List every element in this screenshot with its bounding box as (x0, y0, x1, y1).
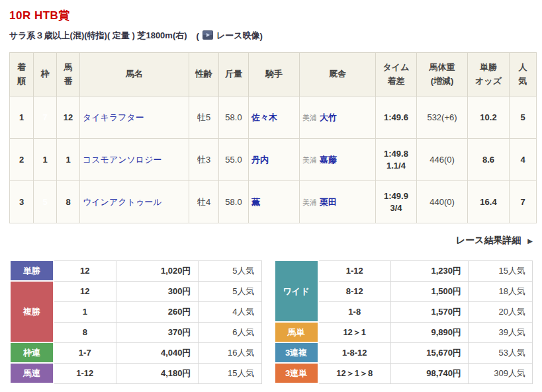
payout-row-sanrentan: 3連単 12＞1＞8 98,740円 309人気 (275, 363, 533, 383)
amount-cell: 1,570円 (391, 301, 469, 322)
popularity-cell: 39人気 (469, 322, 533, 342)
bet-type-fukusho: 複勝 (10, 281, 54, 342)
race-result-detail-label: レース結果詳細 (456, 235, 521, 245)
col-header-jockey: 騎手 (249, 53, 300, 97)
frame-cell: 5 (34, 181, 57, 223)
popularity-cell: 20人気 (469, 301, 533, 322)
col-header-carried-weight: 斤量 (219, 53, 249, 97)
popularity-cell: 15人気 (198, 363, 261, 383)
col-header-time-margin: タイム 着差 (376, 53, 417, 97)
popularity-cell: 18人気 (469, 281, 533, 301)
page-title: 10R HTB賞 (9, 8, 533, 23)
margin-value: 3/4 (379, 202, 414, 214)
race-video-link[interactable]: レース映像 (199, 30, 260, 42)
amount-cell: 9,890円 (391, 322, 469, 342)
trainer-link[interactable]: 嘉藤 (320, 155, 337, 165)
carried-weight-cell: 55.0 (219, 139, 249, 181)
stable-area-label: 美浦 (302, 198, 317, 206)
amount-cell: 4,040円 (116, 342, 198, 363)
time-value: 1:49.6 (379, 112, 414, 124)
trainer-link[interactable]: 大竹 (320, 112, 337, 122)
col-header-win-odds: 単勝 オッズ (468, 53, 510, 97)
amount-cell: 370円 (116, 322, 198, 342)
amount-cell: 300円 (116, 281, 198, 301)
col-header-horse-no: 馬 番 (57, 53, 80, 97)
race-results-table: 着 順 枠 馬 番 馬名 性齢 斤量 騎手 厩舎 タイム 着差 馬体重 (増減)… (9, 52, 537, 223)
bet-type-umatan: 馬単 (275, 322, 318, 342)
popularity-cell: 5人気 (198, 260, 261, 281)
detail-link-row: レース結果詳細 ▶ (9, 235, 533, 247)
col-header-horse-weight: 馬体重 (増減) (417, 53, 468, 97)
amount-cell: 260円 (116, 301, 198, 322)
horse-no-cell: 12 (57, 97, 80, 139)
time-margin-cell: 1:49.8 1.1/4 (376, 139, 417, 181)
combo-cell: 8-12 (318, 281, 391, 301)
bet-type-tansho: 単勝 (10, 260, 54, 281)
horse-name-cell: ウインアクトゥール (80, 181, 189, 223)
combo-cell: 1 (54, 301, 116, 322)
jockey-cell: 薫 (249, 181, 300, 223)
amount-cell: 1,020円 (116, 260, 198, 281)
payout-row-wide-1: ワイド 1-12 1,230円 15人気 (275, 260, 533, 281)
time-margin-cell: 1:49.6 (376, 97, 417, 139)
sex-age-cell: 牡4 (189, 181, 219, 223)
rank-cell: 3 (10, 181, 34, 223)
payout-row-sanrenpuku: 3連複 1-8-12 15,670円 53人気 (275, 342, 533, 363)
time-margin-cell: 1:49.9 3/4 (376, 181, 417, 223)
bet-type-sanrentan: 3連単 (275, 363, 318, 383)
frame-cell: 7 (34, 97, 57, 139)
jockey-link[interactable]: 丹内 (251, 155, 269, 165)
popularity-cell: 7 (510, 181, 537, 223)
combo-cell: 12＞1＞8 (318, 363, 391, 383)
combo-cell: 12 (54, 260, 116, 281)
combo-cell: 12＞1 (318, 322, 391, 342)
combo-cell: 1-12 (54, 363, 116, 383)
result-row-1: 1 7 12 タイキラフター 牡5 58.0 佐々木 美浦大竹 1:49.6 (10, 97, 537, 139)
popularity-cell: 53人気 (469, 342, 533, 363)
rank-cell: 1 (10, 97, 34, 139)
popularity-cell: 15人気 (469, 260, 533, 281)
rank-cell: 2 (10, 139, 34, 181)
jockey-link[interactable]: 薫 (251, 197, 260, 207)
jockey-cell: 丹内 (249, 139, 300, 181)
popularity-cell: 6人気 (198, 322, 261, 342)
margin-value: 1.1/4 (379, 160, 414, 172)
horse-weight-cell: 440(0) (417, 181, 468, 223)
paren-close: ) (260, 31, 263, 41)
horse-name-link[interactable]: コスモアンソロジー (83, 155, 161, 165)
combo-cell: 1-8-12 (318, 342, 391, 363)
payout-row-fukusho-1: 複勝 12 300円 5人気 (10, 281, 261, 301)
jockey-cell: 佐々木 (249, 97, 300, 139)
jockey-link[interactable]: 佐々木 (251, 112, 277, 122)
carried-weight-cell: 58.0 (219, 97, 249, 139)
race-conditions-bar: サラ系３歳以上(混)(特指)( 定量 ) 芝1800m(右) ( レース映像 ) (9, 30, 533, 42)
time-value: 1:49.8 (379, 148, 414, 160)
col-header-popularity: 人 気 (510, 53, 537, 97)
combo-cell: 1-8 (318, 301, 391, 322)
horse-no-cell: 1 (57, 139, 80, 181)
sex-age-cell: 牡5 (189, 97, 219, 139)
amount-cell: 1,230円 (391, 260, 469, 281)
race-video-label: レース映像 (216, 30, 260, 42)
bet-type-wakuren: 枠連 (10, 342, 54, 363)
payout-row-wakuren: 枠連 1-7 4,040円 16人気 (10, 342, 261, 363)
col-header-frame: 枠 (34, 53, 57, 97)
time-value: 1:49.9 (379, 190, 414, 202)
popularity-cell: 4人気 (198, 301, 261, 322)
race-result-detail-link[interactable]: レース結果詳細 ▶ (456, 235, 533, 245)
horse-name-link[interactable]: ウインアクトゥール (83, 197, 161, 207)
payout-row-tansho: 単勝 12 1,020円 5人気 (10, 260, 261, 281)
popularity-cell: 5 (510, 97, 537, 139)
amount-cell: 1,500円 (391, 281, 469, 301)
horse-name-cell: コスモアンソロジー (80, 139, 189, 181)
bet-type-umaren: 馬連 (10, 363, 54, 383)
sex-age-cell: 牡3 (189, 139, 219, 181)
win-odds-cell: 16.4 (468, 181, 510, 223)
results-header-row: 着 順 枠 馬 番 馬名 性齢 斤量 騎手 厩舎 タイム 着差 馬体重 (増減)… (10, 53, 537, 97)
col-header-stable: 厩舎 (300, 53, 376, 97)
horse-name-link[interactable]: タイキラフター (83, 112, 144, 122)
trainer-link[interactable]: 栗田 (320, 197, 337, 207)
col-header-horse-name: 馬名 (80, 53, 189, 97)
horse-name-cell: タイキラフター (80, 97, 189, 139)
payout-row-umatan: 馬単 12＞1 9,890円 39人気 (275, 322, 533, 342)
